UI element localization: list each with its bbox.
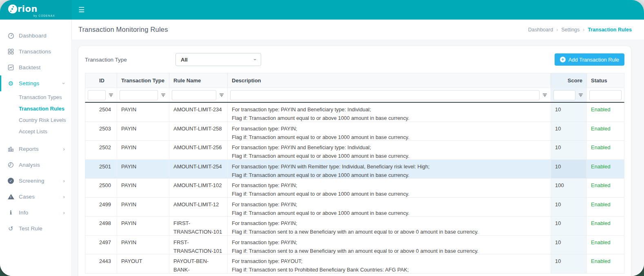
cell-rule-name: FIRST-TRANSACTION-101: [169, 216, 227, 235]
chevron-right-icon: ›: [63, 210, 65, 215]
filter-icon[interactable]: [160, 92, 167, 98]
column-header-transaction-type[interactable]: Transaction Type: [117, 73, 169, 88]
cell-description: For transaction type: PAYOUT;Flag if: Tr…: [227, 254, 551, 273]
cell-transaction-type: PAYIN: [117, 103, 169, 121]
cell-score: 10: [551, 254, 586, 273]
column-header-status[interactable]: Status: [586, 73, 624, 88]
breadcrumb-dashboard[interactable]: Dashboard: [528, 27, 553, 33]
sidebar-item-backtest[interactable]: Backtest: [0, 60, 71, 75]
table-header-row: ID Transaction Type Rule Name Descriptio…: [85, 73, 624, 88]
column-header-id[interactable]: ID: [85, 73, 117, 88]
app-logo[interactable]: rion by CODENAX: [0, 0, 72, 20]
filter-icon[interactable]: [577, 92, 584, 98]
analysis-pie-icon: [7, 162, 14, 168]
filter-cell-description: [227, 88, 551, 102]
sidebar: Dashboard Transactions Backtest ⚙ Settin…: [0, 20, 72, 276]
column-header-rule-name[interactable]: Rule Name: [169, 73, 227, 88]
filter-icon[interactable]: [218, 92, 225, 98]
transaction-type-filter-input[interactable]: [120, 90, 158, 100]
shield-check-icon: ✓: [7, 178, 14, 184]
logo-tagline: by CODENAX: [33, 14, 72, 17]
sidebar-subitem-transaction-types[interactable]: Transaction Types: [0, 91, 71, 103]
status-badge: Enabled: [586, 122, 624, 141]
cell-transaction-type: PAYIN: [117, 122, 169, 141]
status-filter-input[interactable]: [589, 90, 622, 100]
breadcrumb-separator: ›: [583, 27, 584, 33]
cell-rule-name: AMOUNT-LIMIT-256: [169, 141, 227, 159]
cell-score: 10: [551, 216, 586, 235]
cell-rule-name: FRST-TRANSACTION-101: [169, 236, 227, 254]
filter-cell-score: [551, 88, 586, 102]
reports-bars-icon: [7, 146, 14, 152]
table-row[interactable]: 2497 PAYIN FRST-TRANSACTION-101 For tran…: [85, 236, 624, 255]
cell-id: 2502: [85, 141, 117, 159]
table-row[interactable]: 2498 PAYIN FIRST-TRANSACTION-101 For tra…: [85, 216, 624, 236]
breadcrumb-settings[interactable]: Settings: [561, 27, 580, 33]
column-header-score[interactable]: Score: [551, 73, 586, 88]
column-header-description[interactable]: Description: [227, 73, 551, 88]
cell-score: 100: [551, 179, 586, 197]
sidebar-item-transactions[interactable]: Transactions: [0, 44, 71, 60]
sidebar-item-cases[interactable]: ! Cases ›: [0, 189, 71, 205]
sidebar-item-info[interactable]: i Info ›: [0, 205, 71, 221]
table-row[interactable]: 2443 PAYOUT PAYOUT-BEN-BANK-PROHIBITED- …: [85, 254, 624, 274]
page-title: Transaction Monitoring Rules: [78, 26, 168, 33]
sidebar-label: Dashboard: [19, 33, 47, 39]
hamburger-menu-icon[interactable]: ☰: [78, 0, 84, 20]
cell-id: 2443: [85, 254, 117, 273]
plus-circle-icon: +: [560, 57, 566, 62]
cell-id: 2497: [85, 236, 117, 254]
filter-cell-rule-name: [169, 88, 227, 102]
sidebar-subitem-accept-lists[interactable]: Accept Lists: [0, 126, 71, 137]
table-row[interactable]: 2504 PAYIN AMOUNT-LIMIT-234 For transact…: [85, 103, 624, 122]
add-transaction-rule-button[interactable]: + Add Transaction Rule: [555, 53, 624, 66]
sidebar-label: Screening: [19, 178, 44, 184]
status-badge: Enabled: [586, 179, 624, 197]
table-row[interactable]: 2500 PAYIN AMOUNT-LIMIT-102 For transact…: [85, 179, 624, 198]
cell-description: For transaction type: PAYIN and Benefici…: [227, 141, 551, 159]
transaction-type-select[interactable]: All ›: [175, 53, 261, 66]
score-filter-input[interactable]: [553, 90, 575, 100]
transactions-grid-icon: [7, 49, 14, 55]
status-badge: Enabled: [586, 141, 624, 159]
cell-description: For transaction type: PAYIN;Flag if: Tra…: [227, 179, 551, 197]
sidebar-sublabel: Transaction Rules: [19, 106, 64, 112]
table-row-highlighted[interactable]: 2501 PAYIN AMOUNT-LIMIT-254 For transact…: [85, 160, 624, 179]
cell-score: 10: [551, 122, 586, 141]
cell-rule-name: AMOUNT-LIMIT-12: [169, 198, 227, 216]
sidebar-label: Test Rule: [19, 225, 42, 232]
sidebar-item-reports[interactable]: Reports ›: [0, 141, 71, 157]
cell-rule-name: AMOUNT-LIMIT-234: [169, 103, 227, 121]
sidebar-label: Reports: [19, 146, 39, 152]
sidebar-item-dashboard[interactable]: Dashboard: [0, 28, 71, 44]
table-row[interactable]: 2502 PAYIN AMOUNT-LIMIT-256 For transact…: [85, 141, 624, 160]
cell-score: 10: [551, 198, 586, 216]
table-row[interactable]: 2503 PAYIN AMOUNT-LIMIT-258 For transact…: [85, 122, 624, 141]
filter-icon[interactable]: [108, 92, 114, 98]
sidebar-sublabel: Accept Lists: [19, 128, 47, 135]
cell-transaction-type: PAYIN: [117, 198, 169, 216]
table-row[interactable]: 2499 PAYIN AMOUNT-LIMIT-12 For transacti…: [85, 198, 624, 217]
transaction-type-label: Transaction Type: [85, 57, 175, 63]
cell-description: For transaction type: PAYIN and Benefici…: [227, 103, 551, 121]
sidebar-subitem-country-risk-levels[interactable]: Country Risk Levels: [0, 114, 71, 126]
sidebar-item-analysis[interactable]: Analysis: [0, 157, 71, 173]
sidebar-item-screening[interactable]: ✓ Screening ›: [0, 173, 71, 189]
sidebar-item-settings[interactable]: ⚙ Settings ›: [0, 75, 71, 91]
sidebar-item-test-rule[interactable]: ↺ Test Rule: [0, 221, 71, 236]
add-transaction-rule-label: Add Transaction Rule: [568, 57, 619, 63]
main-content: Transaction Type All › + Add Transaction…: [72, 40, 644, 276]
description-filter-input[interactable]: [230, 90, 540, 100]
chevron-right-icon: ›: [63, 194, 65, 199]
sidebar-label: Settings: [19, 80, 39, 86]
filter-icon[interactable]: [542, 92, 548, 98]
cell-transaction-type: PAYIN: [117, 141, 169, 159]
id-filter-input[interactable]: [88, 90, 106, 100]
rules-table: ID Transaction Type Rule Name Descriptio…: [85, 73, 624, 274]
cell-id: 2503: [85, 122, 117, 141]
cell-transaction-type: PAYOUT: [117, 254, 169, 273]
sidebar-label: Backtest: [19, 64, 40, 71]
sidebar-subitem-transaction-rules[interactable]: Transaction Rules: [0, 103, 71, 114]
transaction-type-value: All: [181, 57, 188, 63]
rule-name-filter-input[interactable]: [172, 90, 216, 100]
